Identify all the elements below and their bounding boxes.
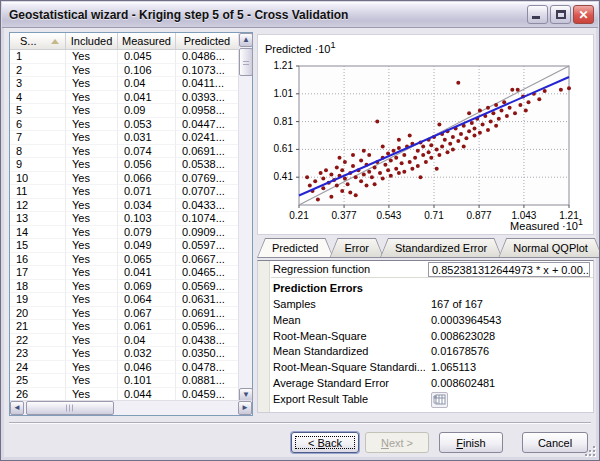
finish-button[interactable]: Finish [439, 432, 503, 453]
stat-value: 1.065113 [431, 361, 476, 373]
tab-error[interactable]: Error [329, 238, 383, 258]
table-cell: 0.0438... [176, 334, 238, 348]
column-header-included[interactable]: Included [66, 33, 118, 50]
maximize-button[interactable] [550, 5, 571, 24]
export-result-table-button[interactable] [431, 392, 448, 408]
table-row[interactable]: 20Yes0.0670.0691... [10, 307, 238, 321]
title-bar[interactable]: Geostatistical wizard - Kriging step 5 o… [2, 2, 598, 28]
regression-function-row[interactable]: Regression function 0.852381312644973 * … [271, 261, 593, 278]
table-cell: 0.041 [118, 266, 176, 280]
predicted-chart-panel[interactable]: Predicted ·101 0.210.3770.5430.710.8771.… [257, 34, 594, 235]
table-cell: 0.032 [118, 347, 176, 361]
table-cell: 9 [10, 158, 66, 172]
next-button[interactable]: Next > [365, 432, 429, 453]
table-row[interactable]: 17Yes0.0410.0465... [10, 266, 238, 280]
table-row[interactable]: 12Yes0.0340.0433... [10, 199, 238, 213]
chart-tabs: PredictedErrorStandardized ErrorNormal Q… [257, 238, 594, 258]
table-cell: 0.061 [118, 320, 176, 334]
table-row[interactable]: 25Yes0.1010.0881... [10, 374, 238, 388]
table-row[interactable]: 6Yes0.0530.0447... [10, 118, 238, 132]
column-header-measured[interactable]: Measured [118, 33, 176, 50]
horizontal-scrollbar-thumb[interactable] [26, 401, 114, 415]
horizontal-scrollbar[interactable]: ◄ ► [10, 400, 252, 415]
table-cell: 0.0909... [176, 226, 238, 240]
maximize-icon [556, 10, 566, 19]
svg-text:0.61: 0.61 [274, 143, 294, 154]
table-cell: 0.065 [118, 253, 176, 267]
table-cell: Yes [66, 226, 118, 240]
tab-standardized-error[interactable]: Standardized Error [380, 238, 502, 258]
table-row[interactable]: 18Yes0.0690.0569... [10, 280, 238, 294]
vertical-scrollbar[interactable]: ▲ ▼ [238, 33, 252, 402]
table-cell: Yes [66, 361, 118, 375]
table-row[interactable]: 23Yes0.0320.0350... [10, 347, 238, 361]
table-cell: 7 [10, 131, 66, 145]
table-row[interactable]: 11Yes0.0710.0707... [10, 185, 238, 199]
table-row[interactable]: 14Yes0.0790.0909... [10, 226, 238, 240]
table-row[interactable]: 4Yes0.0410.0393... [10, 91, 238, 105]
scroll-right-icon[interactable]: ► [238, 401, 252, 415]
regression-function-value[interactable]: 0.852381312644973 * x + 0.00... [428, 262, 590, 277]
resize-grip[interactable] [583, 444, 595, 456]
table-cell: 0.045 [118, 50, 176, 64]
table-row[interactable]: 13Yes0.1030.1074... [10, 212, 238, 226]
table-row[interactable]: 7Yes0.0310.0241... [10, 131, 238, 145]
table-cell: 3 [10, 77, 66, 91]
table-row[interactable]: 15Yes0.0490.0597... [10, 239, 238, 253]
column-header-predicted[interactable]: Predicted [176, 33, 238, 50]
vertical-scrollbar-thumb[interactable] [239, 48, 253, 76]
cancel-button[interactable]: Cancel [522, 432, 588, 453]
table-cell: Yes [66, 253, 118, 267]
results-property-grid: Regression function 0.852381312644973 * … [257, 260, 594, 413]
table-cell: 23 [10, 347, 66, 361]
scroll-left-icon[interactable]: ◄ [10, 401, 24, 415]
table-cell: 0.0459... [176, 388, 238, 401]
table-row[interactable]: 9Yes0.0560.0538... [10, 158, 238, 172]
table-row[interactable]: 10Yes0.0660.0769... [10, 172, 238, 186]
table-cell: 0.064 [118, 293, 176, 307]
table-row[interactable]: 22Yes0.040.0438... [10, 334, 238, 348]
svg-text:1.21: 1.21 [274, 60, 294, 71]
table-row[interactable]: 8Yes0.0740.0691... [10, 145, 238, 159]
table-cell: 16 [10, 253, 66, 267]
table-cell: 0.101 [118, 374, 176, 388]
prediction-errors-header: Prediction Errors [273, 282, 363, 294]
table-cell: 0.053 [118, 118, 176, 132]
close-button[interactable]: ✕ [573, 5, 594, 24]
table-cell: 21 [10, 320, 66, 334]
table-cell: 17 [10, 266, 66, 280]
table-cell: 2 [10, 64, 66, 78]
table-row[interactable]: 26Yes0.0440.0459... [10, 388, 238, 401]
table-cell: 0.034 [118, 199, 176, 213]
table-row[interactable]: 19Yes0.0640.0631... [10, 293, 238, 307]
table-cell: Yes [66, 131, 118, 145]
export-result-table-row: Export Result Table [273, 393, 591, 410]
scatter-plot[interactable]: 0.210.3770.5430.710.8771.0431.210.410.61… [258, 59, 595, 225]
table-row[interactable]: 5Yes0.090.0958... [10, 104, 238, 118]
table-cell: Yes [66, 266, 118, 280]
back-button[interactable]: < Back [291, 432, 359, 453]
table-row[interactable]: 21Yes0.0610.0596... [10, 320, 238, 334]
scroll-up-icon[interactable]: ▲ [239, 33, 253, 47]
table-cell: Yes [66, 91, 118, 105]
table-cell: Yes [66, 347, 118, 361]
tab-predicted[interactable]: Predicted [257, 238, 333, 258]
table-row[interactable]: 16Yes0.0650.0667... [10, 253, 238, 267]
table-cell: Yes [66, 388, 118, 401]
table-cell: Yes [66, 145, 118, 159]
table-row[interactable]: 3Yes0.040.0411... [10, 77, 238, 91]
column-header-source[interactable]: S... [10, 33, 66, 50]
minimize-button[interactable] [527, 5, 548, 24]
table-cell: 0.0411... [176, 77, 238, 91]
table-cell: 0.0393... [176, 91, 238, 105]
table-cell: 14 [10, 226, 66, 240]
table-row[interactable]: 24Yes0.0460.0478... [10, 361, 238, 375]
table-cell: 0.0447... [176, 118, 238, 132]
table-row[interactable]: 1Yes0.0450.0486... [10, 50, 238, 64]
svg-text:0.21: 0.21 [289, 210, 309, 221]
table-cell: 19 [10, 293, 66, 307]
tab-normal-qqplot[interactable]: Normal QQPlot [498, 238, 600, 258]
table-cell: 18 [10, 280, 66, 294]
table-cell: 0.0478... [176, 361, 238, 375]
table-row[interactable]: 2Yes0.1060.1073... [10, 64, 238, 78]
